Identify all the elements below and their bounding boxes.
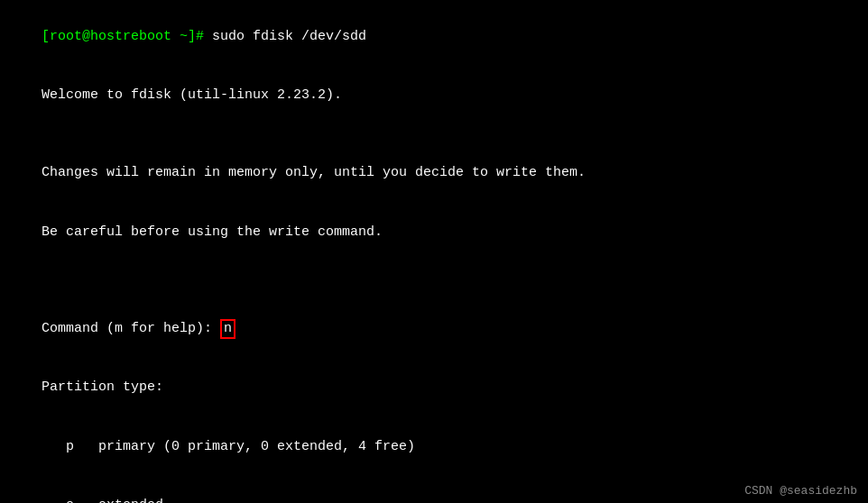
line-careful: Be careful before using the write comman… (9, 203, 859, 261)
line-cmd1: Command (m for help): n (9, 299, 859, 359)
empty-line-1 (9, 125, 859, 144)
cmd1-highlight: n (220, 319, 235, 339)
line-changes: Changes will remain in memory only, unti… (9, 144, 859, 203)
empty-line-2 (9, 261, 859, 280)
prompt-text: [root@hostreboot ~]# (42, 29, 204, 44)
terminal-window: [root@hostreboot ~]# sudo fdisk /dev/sdd… (0, 0, 868, 503)
line-extended: e extended (9, 476, 859, 503)
watermark: CSDN @seasidezhb (744, 484, 857, 498)
empty-line-3 (9, 280, 859, 299)
line-welcome: Welcome to fdisk (util-linux 2.23.2). (9, 66, 859, 124)
line-prompt1: [root@hostreboot ~]# sudo fdisk /dev/sdd (9, 7, 859, 66)
line-primary: p primary (0 primary, 0 extended, 4 free… (9, 417, 859, 476)
line-partition-type: Partition type: (9, 359, 859, 417)
